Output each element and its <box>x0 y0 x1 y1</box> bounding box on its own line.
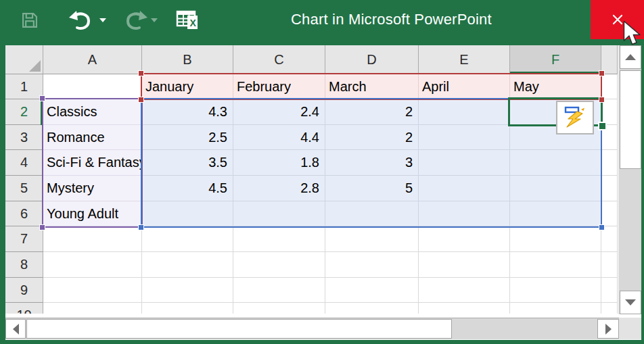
undo-dropdown-button[interactable] <box>99 18 106 22</box>
cell-F5[interactable] <box>510 176 601 201</box>
cell-C7[interactable] <box>233 226 325 252</box>
column-header-B[interactable]: B <box>142 45 233 74</box>
cell-E9[interactable] <box>419 278 510 303</box>
cell-D7[interactable] <box>325 226 419 252</box>
cell-partial-6[interactable] <box>601 201 618 226</box>
cell-partial-5[interactable] <box>601 176 618 201</box>
cell-C1[interactable]: February <box>233 74 325 99</box>
cell-E5[interactable] <box>419 176 510 201</box>
scroll-up-button[interactable] <box>620 45 641 69</box>
cell-C9[interactable] <box>233 278 325 303</box>
cell-F7[interactable] <box>510 226 601 252</box>
column-header-E[interactable]: E <box>419 45 510 74</box>
cell-A2[interactable]: Classics <box>43 99 142 125</box>
redo-button[interactable] <box>124 10 149 32</box>
range-handle[interactable] <box>599 224 605 230</box>
range-handle[interactable] <box>138 224 144 230</box>
cell-B2[interactable]: 4.3 <box>142 99 233 125</box>
cell-B10[interactable] <box>142 303 233 314</box>
cell-B8[interactable] <box>142 252 233 278</box>
cell-partial-1[interactable] <box>601 74 618 99</box>
row-header-3[interactable]: 3 <box>5 125 43 150</box>
cell-F1[interactable]: May <box>510 74 601 99</box>
horizontal-scrollbar-thumb[interactable] <box>26 319 452 339</box>
range-handle[interactable] <box>138 97 144 103</box>
cell-E2[interactable] <box>419 99 510 125</box>
scroll-down-button[interactable] <box>620 291 641 314</box>
range-handle[interactable] <box>39 95 45 101</box>
cell-A4[interactable]: Sci-Fi & Fantasy <box>43 150 142 176</box>
column-header-C[interactable]: C <box>233 45 325 74</box>
select-all-button[interactable] <box>5 45 43 74</box>
column-header-F[interactable]: F <box>510 45 601 74</box>
cell-A3[interactable]: Romance <box>43 125 142 150</box>
cell-E6[interactable] <box>419 201 510 226</box>
cell-C2[interactable]: 2.4 <box>233 99 325 125</box>
cell-B1[interactable]: January <box>142 74 233 99</box>
cell-A5[interactable]: Mystery <box>43 176 142 201</box>
flash-fill-options-button[interactable] <box>556 101 594 134</box>
cell-F8[interactable] <box>510 252 601 278</box>
cell-D1[interactable]: March <box>325 74 419 99</box>
range-handle[interactable] <box>599 97 605 103</box>
cell-D6[interactable] <box>325 201 419 226</box>
cell-B5[interactable]: 4.5 <box>142 176 233 201</box>
row-header-6[interactable]: 6 <box>5 201 43 226</box>
cell-C5[interactable]: 2.8 <box>233 176 325 201</box>
close-button[interactable] <box>591 0 644 39</box>
cell-B7[interactable] <box>142 226 233 252</box>
cell-A8[interactable] <box>43 252 142 278</box>
row-header-10[interactable]: 10 <box>5 303 43 314</box>
range-handle[interactable] <box>138 70 144 76</box>
undo-button[interactable] <box>68 10 92 32</box>
cell-A1[interactable] <box>43 74 142 99</box>
vertical-scrollbar-thumb[interactable] <box>620 70 641 169</box>
cell-D8[interactable] <box>325 252 419 278</box>
cell-B6[interactable] <box>142 201 233 226</box>
cell-A7[interactable] <box>43 226 142 252</box>
edit-data-in-excel-button[interactable]: X <box>176 8 203 32</box>
save-button[interactable] <box>20 11 39 30</box>
cell-C6[interactable] <box>233 201 325 226</box>
cell-F4[interactable] <box>510 150 601 176</box>
range-handle[interactable] <box>39 224 45 230</box>
scroll-right-button[interactable] <box>597 319 619 339</box>
cell-B3[interactable]: 2.5 <box>142 125 233 150</box>
fill-handle[interactable] <box>598 122 607 130</box>
cell-D2[interactable]: 2 <box>325 99 419 125</box>
cell-D4[interactable]: 3 <box>325 150 419 176</box>
cell-D5[interactable]: 5 <box>325 176 419 201</box>
cell-partial-10[interactable] <box>601 303 618 314</box>
column-header-A[interactable]: A <box>43 45 142 74</box>
cell-E4[interactable] <box>419 150 510 176</box>
row-header-9[interactable]: 9 <box>5 278 43 303</box>
cell-D9[interactable] <box>325 278 419 303</box>
cell-C3[interactable]: 4.4 <box>233 125 325 150</box>
cell-B9[interactable] <box>142 278 233 303</box>
cell-F10[interactable] <box>510 303 601 314</box>
cell-D3[interactable]: 2 <box>325 125 419 150</box>
cell-partial-9[interactable] <box>601 278 618 303</box>
cell-C4[interactable]: 1.8 <box>233 150 325 176</box>
column-header-D[interactable]: D <box>325 45 419 74</box>
row-header-8[interactable]: 8 <box>5 252 43 278</box>
cell-B4[interactable]: 3.5 <box>142 150 233 176</box>
cell-A9[interactable] <box>43 278 142 303</box>
horizontal-scrollbar[interactable] <box>5 318 619 339</box>
row-header-7[interactable]: 7 <box>5 226 43 252</box>
cell-D10[interactable] <box>325 303 419 314</box>
scroll-left-button[interactable] <box>5 319 26 339</box>
cell-partial-8[interactable] <box>601 252 618 278</box>
row-header-4[interactable]: 4 <box>5 150 43 176</box>
cell-partial-4[interactable] <box>601 150 618 176</box>
cell-C10[interactable] <box>233 303 325 314</box>
redo-dropdown-button[interactable] <box>151 18 158 22</box>
cell-E1[interactable]: April <box>419 74 510 99</box>
cell-E7[interactable] <box>419 226 510 252</box>
cell-E3[interactable] <box>419 125 510 150</box>
cell-C8[interactable] <box>233 252 325 278</box>
cell-A6[interactable]: Young Adult <box>43 201 142 226</box>
cell-F6[interactable] <box>510 201 601 226</box>
cell-E8[interactable] <box>419 252 510 278</box>
range-handle[interactable] <box>599 70 605 76</box>
